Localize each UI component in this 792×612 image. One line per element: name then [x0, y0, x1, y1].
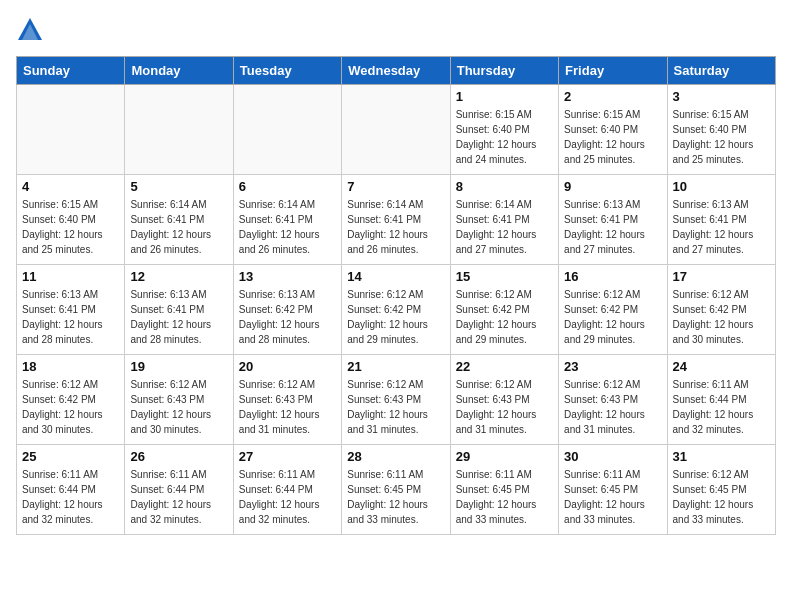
cell-day-number: 2	[564, 89, 661, 104]
logo-icon	[16, 16, 44, 44]
cell-day-number: 14	[347, 269, 444, 284]
calendar-cell: 9Sunrise: 6:13 AMSunset: 6:41 PMDaylight…	[559, 175, 667, 265]
cell-day-number: 29	[456, 449, 553, 464]
calendar-cell: 7Sunrise: 6:14 AMSunset: 6:41 PMDaylight…	[342, 175, 450, 265]
cell-info: Sunrise: 6:15 AMSunset: 6:40 PMDaylight:…	[564, 107, 661, 167]
weekday-header-thursday: Thursday	[450, 57, 558, 85]
cell-day-number: 15	[456, 269, 553, 284]
cell-day-number: 8	[456, 179, 553, 194]
cell-info: Sunrise: 6:12 AMSunset: 6:43 PMDaylight:…	[456, 377, 553, 437]
cell-day-number: 6	[239, 179, 336, 194]
cell-day-number: 16	[564, 269, 661, 284]
calendar-cell: 21Sunrise: 6:12 AMSunset: 6:43 PMDayligh…	[342, 355, 450, 445]
cell-info: Sunrise: 6:11 AMSunset: 6:45 PMDaylight:…	[564, 467, 661, 527]
week-row-4: 18Sunrise: 6:12 AMSunset: 6:42 PMDayligh…	[17, 355, 776, 445]
weekday-header-saturday: Saturday	[667, 57, 775, 85]
calendar-cell: 29Sunrise: 6:11 AMSunset: 6:45 PMDayligh…	[450, 445, 558, 535]
cell-day-number: 22	[456, 359, 553, 374]
calendar-cell: 10Sunrise: 6:13 AMSunset: 6:41 PMDayligh…	[667, 175, 775, 265]
calendar-cell: 22Sunrise: 6:12 AMSunset: 6:43 PMDayligh…	[450, 355, 558, 445]
cell-info: Sunrise: 6:12 AMSunset: 6:43 PMDaylight:…	[564, 377, 661, 437]
cell-day-number: 13	[239, 269, 336, 284]
cell-info: Sunrise: 6:11 AMSunset: 6:45 PMDaylight:…	[347, 467, 444, 527]
cell-day-number: 26	[130, 449, 227, 464]
cell-day-number: 23	[564, 359, 661, 374]
cell-info: Sunrise: 6:12 AMSunset: 6:43 PMDaylight:…	[239, 377, 336, 437]
cell-day-number: 3	[673, 89, 770, 104]
cell-info: Sunrise: 6:12 AMSunset: 6:43 PMDaylight:…	[130, 377, 227, 437]
calendar-cell: 18Sunrise: 6:12 AMSunset: 6:42 PMDayligh…	[17, 355, 125, 445]
cell-info: Sunrise: 6:11 AMSunset: 6:45 PMDaylight:…	[456, 467, 553, 527]
week-row-3: 11Sunrise: 6:13 AMSunset: 6:41 PMDayligh…	[17, 265, 776, 355]
weekday-header-tuesday: Tuesday	[233, 57, 341, 85]
cell-info: Sunrise: 6:12 AMSunset: 6:45 PMDaylight:…	[673, 467, 770, 527]
cell-info: Sunrise: 6:12 AMSunset: 6:43 PMDaylight:…	[347, 377, 444, 437]
calendar-cell	[125, 85, 233, 175]
calendar-cell: 15Sunrise: 6:12 AMSunset: 6:42 PMDayligh…	[450, 265, 558, 355]
cell-info: Sunrise: 6:11 AMSunset: 6:44 PMDaylight:…	[673, 377, 770, 437]
cell-day-number: 27	[239, 449, 336, 464]
cell-day-number: 9	[564, 179, 661, 194]
calendar-cell: 27Sunrise: 6:11 AMSunset: 6:44 PMDayligh…	[233, 445, 341, 535]
cell-day-number: 12	[130, 269, 227, 284]
cell-day-number: 10	[673, 179, 770, 194]
calendar-cell	[17, 85, 125, 175]
calendar-cell: 1Sunrise: 6:15 AMSunset: 6:40 PMDaylight…	[450, 85, 558, 175]
cell-day-number: 20	[239, 359, 336, 374]
cell-info: Sunrise: 6:11 AMSunset: 6:44 PMDaylight:…	[239, 467, 336, 527]
weekday-header-friday: Friday	[559, 57, 667, 85]
cell-info: Sunrise: 6:13 AMSunset: 6:41 PMDaylight:…	[673, 197, 770, 257]
calendar-cell: 12Sunrise: 6:13 AMSunset: 6:41 PMDayligh…	[125, 265, 233, 355]
cell-day-number: 11	[22, 269, 119, 284]
calendar-cell: 20Sunrise: 6:12 AMSunset: 6:43 PMDayligh…	[233, 355, 341, 445]
cell-day-number: 24	[673, 359, 770, 374]
calendar-cell: 25Sunrise: 6:11 AMSunset: 6:44 PMDayligh…	[17, 445, 125, 535]
calendar-cell: 16Sunrise: 6:12 AMSunset: 6:42 PMDayligh…	[559, 265, 667, 355]
cell-day-number: 25	[22, 449, 119, 464]
cell-day-number: 19	[130, 359, 227, 374]
cell-info: Sunrise: 6:13 AMSunset: 6:41 PMDaylight:…	[22, 287, 119, 347]
calendar-cell: 17Sunrise: 6:12 AMSunset: 6:42 PMDayligh…	[667, 265, 775, 355]
calendar-cell: 30Sunrise: 6:11 AMSunset: 6:45 PMDayligh…	[559, 445, 667, 535]
cell-info: Sunrise: 6:14 AMSunset: 6:41 PMDaylight:…	[347, 197, 444, 257]
cell-day-number: 7	[347, 179, 444, 194]
week-row-2: 4Sunrise: 6:15 AMSunset: 6:40 PMDaylight…	[17, 175, 776, 265]
cell-info: Sunrise: 6:14 AMSunset: 6:41 PMDaylight:…	[239, 197, 336, 257]
cell-day-number: 5	[130, 179, 227, 194]
calendar-cell: 4Sunrise: 6:15 AMSunset: 6:40 PMDaylight…	[17, 175, 125, 265]
calendar-cell: 31Sunrise: 6:12 AMSunset: 6:45 PMDayligh…	[667, 445, 775, 535]
calendar-cell: 26Sunrise: 6:11 AMSunset: 6:44 PMDayligh…	[125, 445, 233, 535]
cell-day-number: 4	[22, 179, 119, 194]
calendar-cell: 11Sunrise: 6:13 AMSunset: 6:41 PMDayligh…	[17, 265, 125, 355]
cell-info: Sunrise: 6:11 AMSunset: 6:44 PMDaylight:…	[22, 467, 119, 527]
cell-info: Sunrise: 6:12 AMSunset: 6:42 PMDaylight:…	[673, 287, 770, 347]
weekday-header-wednesday: Wednesday	[342, 57, 450, 85]
cell-day-number: 30	[564, 449, 661, 464]
calendar-cell: 8Sunrise: 6:14 AMSunset: 6:41 PMDaylight…	[450, 175, 558, 265]
cell-day-number: 21	[347, 359, 444, 374]
cell-info: Sunrise: 6:13 AMSunset: 6:41 PMDaylight:…	[130, 287, 227, 347]
calendar-cell: 28Sunrise: 6:11 AMSunset: 6:45 PMDayligh…	[342, 445, 450, 535]
cell-info: Sunrise: 6:15 AMSunset: 6:40 PMDaylight:…	[22, 197, 119, 257]
cell-info: Sunrise: 6:14 AMSunset: 6:41 PMDaylight:…	[130, 197, 227, 257]
cell-day-number: 17	[673, 269, 770, 284]
cell-info: Sunrise: 6:15 AMSunset: 6:40 PMDaylight:…	[456, 107, 553, 167]
cell-info: Sunrise: 6:13 AMSunset: 6:42 PMDaylight:…	[239, 287, 336, 347]
week-row-1: 1Sunrise: 6:15 AMSunset: 6:40 PMDaylight…	[17, 85, 776, 175]
page-header	[16, 16, 776, 44]
calendar-cell: 6Sunrise: 6:14 AMSunset: 6:41 PMDaylight…	[233, 175, 341, 265]
cell-info: Sunrise: 6:12 AMSunset: 6:42 PMDaylight:…	[22, 377, 119, 437]
week-row-5: 25Sunrise: 6:11 AMSunset: 6:44 PMDayligh…	[17, 445, 776, 535]
cell-info: Sunrise: 6:12 AMSunset: 6:42 PMDaylight:…	[456, 287, 553, 347]
cell-day-number: 28	[347, 449, 444, 464]
calendar-cell: 19Sunrise: 6:12 AMSunset: 6:43 PMDayligh…	[125, 355, 233, 445]
cell-day-number: 18	[22, 359, 119, 374]
cell-day-number: 31	[673, 449, 770, 464]
cell-info: Sunrise: 6:11 AMSunset: 6:44 PMDaylight:…	[130, 467, 227, 527]
calendar: SundayMondayTuesdayWednesdayThursdayFrid…	[16, 56, 776, 535]
cell-info: Sunrise: 6:12 AMSunset: 6:42 PMDaylight:…	[564, 287, 661, 347]
calendar-cell: 24Sunrise: 6:11 AMSunset: 6:44 PMDayligh…	[667, 355, 775, 445]
cell-info: Sunrise: 6:12 AMSunset: 6:42 PMDaylight:…	[347, 287, 444, 347]
logo	[16, 16, 48, 44]
calendar-cell	[233, 85, 341, 175]
